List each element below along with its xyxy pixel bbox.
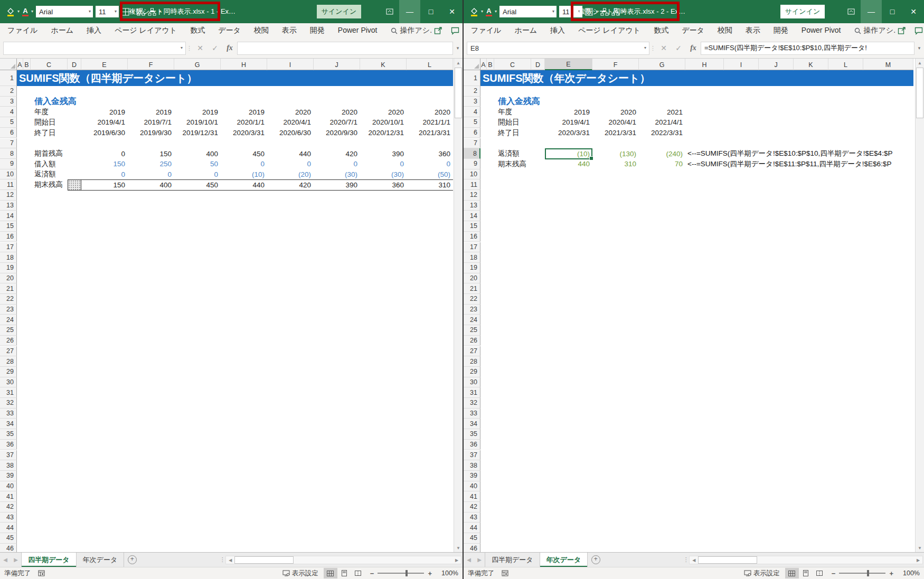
cell[interactable]: 390: [360, 148, 407, 159]
ribbon-tab-数式[interactable]: 数式: [190, 26, 205, 35]
column-header-J[interactable]: J: [314, 59, 360, 70]
row-header-8[interactable]: 8: [0, 148, 17, 159]
row-label-cell[interactable]: 開始日: [31, 117, 81, 128]
font-color-dropdown[interactable]: ▾: [31, 10, 33, 14]
row-header-41[interactable]: 41: [464, 491, 480, 502]
ribbon-tab-ページ レイアウト[interactable]: ページ レイアウト: [578, 26, 640, 35]
cell[interactable]: (240): [639, 148, 685, 159]
row-header-13[interactable]: 13: [464, 201, 480, 211]
ribbon-tab-ホーム[interactable]: ホーム: [514, 26, 537, 35]
sheet-tab-年次データ[interactable]: 年次データ: [77, 553, 125, 567]
row-header-15[interactable]: 15: [464, 221, 480, 232]
zoom-in-button[interactable]: +: [428, 569, 432, 577]
insert-function-icon[interactable]: fx: [222, 44, 237, 52]
ribbon-display-options-button[interactable]: [842, 0, 861, 23]
font-name-box[interactable]: Arial▾: [36, 6, 93, 17]
horizontal-scrollbar[interactable]: ◀ ▶: [689, 556, 923, 564]
cell[interactable]: 2019: [81, 107, 128, 117]
column-header-A[interactable]: A: [480, 59, 487, 70]
cell[interactable]: 2020/1/1: [221, 117, 267, 128]
macro-record-icon[interactable]: [502, 570, 508, 576]
row-header-39[interactable]: 39: [464, 471, 480, 481]
row-header-39[interactable]: 39: [0, 471, 17, 481]
row-header-30[interactable]: 30: [0, 377, 17, 388]
row-header-11[interactable]: 11: [464, 179, 480, 190]
cell[interactable]: 2019/12/31: [174, 128, 221, 138]
cell[interactable]: 2020/6/30: [267, 128, 314, 138]
cell[interactable]: 2020/10/1: [360, 117, 407, 128]
row-header-21[interactable]: 21: [464, 283, 480, 294]
cell[interactable]: 0: [81, 169, 128, 180]
row-header-46[interactable]: 46: [0, 544, 17, 552]
cell[interactable]: 2020/4/1: [592, 117, 639, 128]
column-header-K[interactable]: K: [794, 59, 828, 70]
scroll-left-icon[interactable]: ◀: [226, 556, 234, 564]
cell[interactable]: 2020/12/31: [360, 128, 407, 138]
tab-scroll-splitter[interactable]: ⋮: [219, 553, 225, 567]
row-header-44[interactable]: 44: [464, 523, 480, 533]
horizontal-scroll-thumb[interactable]: [234, 556, 294, 564]
row-header-6[interactable]: 6: [0, 128, 17, 138]
scroll-right-icon[interactable]: ▶: [914, 556, 922, 564]
sheet-nav-left-icon[interactable]: ◀: [0, 553, 11, 567]
row-header-44[interactable]: 44: [0, 523, 17, 533]
cell[interactable]: 0: [407, 159, 453, 169]
select-all-corner[interactable]: [464, 59, 480, 70]
sheet-tab-四半期データ[interactable]: 四半期データ: [485, 553, 540, 567]
row-header-12[interactable]: 12: [464, 190, 480, 201]
row-header-9[interactable]: 9: [464, 159, 480, 169]
cell[interactable]: 2019/6/30: [81, 128, 128, 138]
column-header-G[interactable]: G: [174, 59, 221, 70]
horizontal-scrollbar[interactable]: ◀ ▶: [225, 556, 461, 564]
row-header-16[interactable]: 16: [464, 232, 480, 242]
row-header-17[interactable]: 17: [0, 242, 17, 253]
page-layout-view-button[interactable]: [799, 568, 813, 578]
row-header-34[interactable]: 34: [0, 419, 17, 429]
cell[interactable]: 0: [81, 148, 128, 159]
row-header-27[interactable]: 27: [464, 346, 480, 357]
row-header-43[interactable]: 43: [0, 512, 17, 523]
row-header-22[interactable]: 22: [464, 294, 480, 305]
row-header-8[interactable]: 8: [464, 148, 480, 159]
vertical-scroll-thumb[interactable]: [455, 68, 462, 118]
column-header-H[interactable]: H: [685, 59, 724, 70]
share-icon[interactable]: [895, 25, 908, 36]
cell[interactable]: 420: [314, 148, 360, 159]
name-box[interactable]: ▾: [3, 42, 186, 55]
row-header-33[interactable]: 33: [464, 409, 480, 419]
cell[interactable]: (10): [221, 169, 267, 180]
ribbon-tab-表示[interactable]: 表示: [282, 26, 297, 35]
cancel-icon[interactable]: ✕: [656, 44, 671, 52]
row-label-cell[interactable]: 年度: [494, 107, 545, 117]
column-header-B[interactable]: B: [23, 59, 31, 70]
tell-me-box[interactable]: 操作アシ.: [391, 26, 432, 35]
row-header-11[interactable]: 11: [0, 179, 17, 190]
cell[interactable]: 70: [639, 159, 685, 169]
cell[interactable]: 2020/7/1: [314, 117, 360, 128]
horizontal-scroll-thumb[interactable]: [698, 556, 757, 564]
zoom-level-label[interactable]: 100%: [437, 569, 458, 577]
column-header-M[interactable]: M: [863, 59, 913, 70]
scroll-down-icon[interactable]: ▼: [916, 544, 924, 552]
cell[interactable]: (30): [314, 169, 360, 180]
sheet-tab-四半期データ[interactable]: 四半期データ: [21, 553, 77, 567]
row-header-24[interactable]: 24: [464, 315, 480, 325]
row-header-5[interactable]: 5: [0, 117, 17, 128]
row-header-45[interactable]: 45: [464, 533, 480, 544]
row-header-28[interactable]: 28: [464, 356, 480, 367]
cell[interactable]: 2019: [221, 107, 267, 117]
row-header-15[interactable]: 15: [0, 221, 17, 232]
row-header-21[interactable]: 21: [0, 283, 17, 294]
column-header-E[interactable]: E: [545, 59, 592, 70]
fill-color-icon[interactable]: [470, 7, 478, 16]
tell-me-box[interactable]: 操作アシ.: [854, 26, 896, 35]
cell[interactable]: 2022/3/31: [639, 128, 685, 138]
row-header-7[interactable]: 7: [464, 138, 480, 149]
row-header-10[interactable]: 10: [464, 169, 480, 180]
row-header-36[interactable]: 36: [0, 440, 17, 450]
sheet-tab-年次データ[interactable]: 年次データ: [540, 553, 588, 567]
zoom-in-button[interactable]: +: [889, 569, 893, 577]
maximize-button[interactable]: □: [882, 0, 903, 23]
zoom-out-button[interactable]: −: [832, 569, 836, 577]
column-header-D[interactable]: D: [531, 59, 545, 70]
